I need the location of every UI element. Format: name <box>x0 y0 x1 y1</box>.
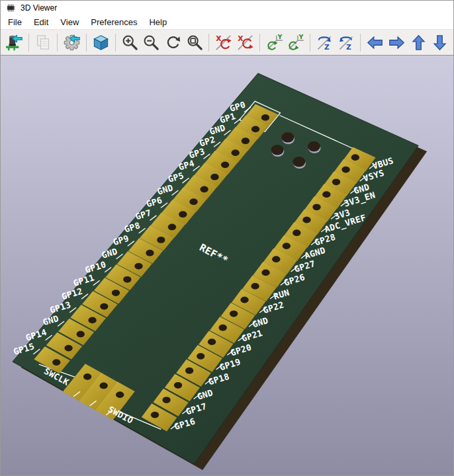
pad-hole <box>272 256 280 262</box>
menu-item-file[interactable]: File <box>2 16 28 28</box>
move-right-button[interactable] <box>386 32 407 53</box>
pad-hole <box>52 359 60 366</box>
pad-hole <box>251 283 259 290</box>
mounting-hole <box>308 141 320 152</box>
rotate-y-neg-button[interactable]: Y <box>264 32 285 53</box>
rotate-y-neg-icon: Y <box>265 34 283 52</box>
pad-hole <box>162 397 170 403</box>
mounting-hole <box>293 157 305 167</box>
pad-hole <box>77 331 85 338</box>
rotate-z-pos-icon: Z <box>338 34 355 52</box>
rotate-x-pos-icon: X <box>236 34 254 52</box>
rotate-z-pos-button[interactable]: Z <box>336 32 357 53</box>
pad-hole <box>179 211 187 218</box>
move-up-icon <box>410 34 428 52</box>
rotate-x-pos-button[interactable]: X <box>235 32 255 53</box>
rotate-y-pos-icon: Y <box>287 34 304 52</box>
viewport-3d[interactable]: GP0GP1GNDGP2GP3GP4GP5GNDGP6GP7GP8GP9GNDG… <box>1 56 453 475</box>
pad-hole <box>231 149 239 156</box>
move-down-icon <box>431 34 449 52</box>
pad-hole <box>251 126 259 133</box>
pad-hole <box>134 263 142 270</box>
toolbar-separator <box>310 34 310 52</box>
toolbar: X X Y Y Z Z <box>1 29 453 56</box>
menu-item-edit[interactable]: Edit <box>28 16 54 28</box>
pad-hole <box>283 243 291 249</box>
toolbar-separator <box>115 34 116 52</box>
pad-hole <box>116 391 124 398</box>
pad-hole <box>185 368 193 374</box>
pad-hole <box>230 311 238 317</box>
app-chip-icon <box>5 3 17 13</box>
pad-hole <box>240 297 248 303</box>
rotate-y-pos-button[interactable]: Y <box>285 32 306 53</box>
set-3d-view-button[interactable] <box>91 32 111 53</box>
rotate-z-neg-icon: Z <box>316 34 334 52</box>
render-options-button[interactable] <box>62 32 82 53</box>
zoom-in-icon <box>121 34 139 52</box>
pad-hole <box>293 229 300 236</box>
menu-bar: FileEditViewPreferencesHelp <box>1 15 453 29</box>
title-bar: 3D Viewer <box>1 1 453 15</box>
zoom-fit-icon <box>186 34 204 52</box>
pad-hole <box>221 161 229 168</box>
pad-hole <box>157 237 165 243</box>
pad-hole <box>210 174 218 180</box>
reload-board-button[interactable] <box>4 32 24 53</box>
copy-image-button <box>33 32 54 53</box>
reload-board-icon <box>5 34 23 52</box>
menu-item-help[interactable]: Help <box>143 16 173 28</box>
zoom-fit-button[interactable] <box>185 32 205 53</box>
rotate-z-neg-button[interactable]: Z <box>314 32 335 53</box>
pad-hole <box>341 167 349 173</box>
pad-hole <box>208 338 216 345</box>
move-left-button[interactable] <box>365 32 385 53</box>
pad-hole <box>88 317 96 324</box>
pad-hole <box>112 290 120 296</box>
zoom-redraw-button[interactable] <box>163 32 183 53</box>
render-options-icon <box>63 34 81 52</box>
pad-hole <box>99 383 107 389</box>
toolbar-separator <box>86 34 87 52</box>
toolbar-separator <box>57 34 58 52</box>
pad-hole <box>64 345 72 352</box>
rotate-x-neg-button[interactable]: X <box>213 32 234 53</box>
mounting-hole <box>281 132 294 143</box>
menu-item-preferences[interactable]: Preferences <box>85 16 143 28</box>
move-right-icon <box>388 34 406 52</box>
pad-hole <box>200 186 208 192</box>
pad-hole <box>312 204 320 210</box>
move-up-button[interactable] <box>408 32 429 53</box>
pad-hole <box>83 374 91 380</box>
pad-hole <box>174 382 182 389</box>
menu-item-view[interactable]: View <box>54 16 85 28</box>
pad-hole <box>146 250 154 257</box>
rotate-x-neg-icon: X <box>214 34 232 52</box>
3d-viewer-window: 3D Viewer FileEditViewPreferencesHelp X … <box>0 0 454 476</box>
toolbar-separator <box>208 34 209 52</box>
zoom-in-button[interactable] <box>120 32 140 53</box>
zoom-redraw-icon <box>164 34 182 52</box>
view-3d-cube-icon <box>92 34 110 52</box>
pad-hole <box>189 198 197 205</box>
pad-hole <box>100 303 108 310</box>
pad-hole <box>332 178 340 185</box>
pad-hole <box>219 325 227 331</box>
move-down-button[interactable] <box>430 32 450 53</box>
zoom-out-button[interactable] <box>141 32 161 53</box>
pad-hole <box>151 412 159 418</box>
toolbar-separator <box>28 34 29 52</box>
pad-hole <box>242 138 250 144</box>
svg-text:Y: Y <box>277 34 282 40</box>
pad-hole <box>351 154 359 161</box>
pcb-3d-canvas[interactable]: GP0GP1GNDGP2GP3GP4GP5GNDGP6GP7GP8GP9GNDG… <box>1 56 453 475</box>
pad-hole <box>302 217 310 223</box>
svg-text:X: X <box>216 34 222 42</box>
pad-hole <box>168 224 176 231</box>
zoom-out-icon <box>142 34 160 52</box>
svg-text:Z: Z <box>324 43 330 52</box>
window-title: 3D Viewer <box>21 3 57 13</box>
toolbar-separator <box>360 34 361 52</box>
pad-hole <box>322 191 330 198</box>
pad-hole <box>261 114 269 121</box>
